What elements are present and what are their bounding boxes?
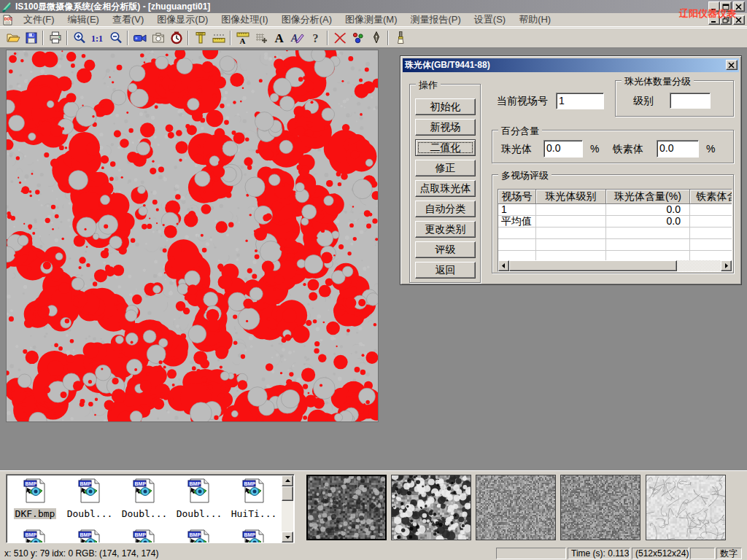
file-scrollbar[interactable] [282, 475, 293, 542]
open-file-icon[interactable] [4, 29, 22, 47]
actual-size-icon[interactable]: 1:1 [88, 29, 107, 47]
file-item-row2-4[interactable]: BMP [172, 529, 226, 543]
file-scroll-thumb[interactable] [282, 486, 293, 501]
file-item-Doubl...[interactable]: BMPDoubl... [172, 478, 226, 520]
document-icon[interactable]: DOC [2, 15, 14, 26]
help-icon[interactable]: ? [306, 29, 325, 47]
file-item-row2-5[interactable]: BMP [227, 529, 281, 543]
thumbnail-2[interactable] [391, 475, 471, 540]
scroll-track[interactable] [677, 260, 721, 271]
scroll-right-button[interactable] [721, 260, 732, 271]
table-row-3 [498, 228, 732, 239]
bottom-panel: BMPDKF.bmpBMPDoubl...BMPDoubl...BMPDoubl… [0, 470, 747, 547]
scroll-thumb[interactable] [509, 260, 677, 271]
caliper-icon[interactable] [191, 29, 209, 47]
file-scroll-up[interactable] [282, 475, 293, 486]
thumbnail-5[interactable] [646, 475, 726, 540]
annotate-icon[interactable]: A [288, 29, 306, 47]
menu-item-10[interactable]: 帮助(H) [512, 12, 557, 28]
level-label: 级别 [633, 95, 654, 108]
menu-item-8[interactable]: 测量报告(P) [403, 12, 467, 28]
file-item-row2-2[interactable]: BMP [63, 529, 117, 543]
app-icon [1, 1, 13, 12]
ferrite-input[interactable]: 0.0 [657, 140, 699, 158]
dialog-close-button[interactable] [726, 60, 738, 70]
ruler-icon[interactable] [209, 29, 228, 47]
toolbar-separator [66, 31, 68, 45]
calibrate-icon[interactable]: A [233, 29, 252, 47]
file-item-HuiTi...[interactable]: BMPHuiTi... [227, 478, 281, 520]
file-name: Doubl... [66, 508, 115, 519]
zoom-in-icon[interactable] [70, 29, 88, 47]
status-coordinates: x: 510 y: 79 idx: 0 RGB: (174, 174, 174) [1, 548, 492, 559]
status-empty-1 [496, 548, 566, 559]
svg-text:BMP: BMP [26, 481, 37, 486]
table-header-4[interactable]: 铁素体含量(%) [690, 190, 732, 204]
file-scroll-down[interactable] [282, 532, 293, 542]
table-cell: 平均值 [498, 216, 536, 228]
text-label-icon[interactable]: A [270, 29, 288, 47]
grading-group-label: 珠光体数量分级 [622, 75, 694, 88]
thumbnail-1[interactable] [306, 475, 387, 540]
bmp-file-icon: BMP [172, 529, 226, 543]
file-item-Doubl...[interactable]: BMPDoubl... [117, 478, 171, 520]
save-icon[interactable] [22, 29, 40, 47]
menu-bar: DOC 文件(F)编辑(E)查看(V)图像显示(D)图像处理(I)图像分析(A)… [0, 13, 747, 27]
curves-icon[interactable] [330, 29, 349, 47]
photo-camera-icon[interactable] [149, 29, 167, 47]
op-button-7[interactable]: 更改类别 [415, 221, 476, 238]
op-button-1[interactable]: 初始化 [415, 98, 476, 115]
file-item-row2-1[interactable]: BMP [8, 529, 62, 543]
timer-icon[interactable] [167, 29, 185, 47]
current-field-input[interactable]: 1 [556, 93, 604, 109]
menu-item-2[interactable]: 编辑(E) [61, 12, 106, 28]
scroll-left-button[interactable] [498, 260, 509, 271]
svg-text:BMP: BMP [135, 532, 147, 537]
window-title: IS100显微摄像系统(金相分析版) - [zhuguangti01] [15, 1, 210, 13]
menu-item-5[interactable]: 图像处理(I) [214, 12, 274, 28]
markers-icon[interactable] [349, 29, 367, 47]
svg-text:BMP: BMP [244, 532, 256, 537]
table-header-3[interactable]: 珠光体含量(%) [606, 190, 690, 204]
op-button-4[interactable]: 修正 [415, 160, 476, 176]
zoom-out-icon[interactable] [107, 29, 125, 47]
op-button-5[interactable]: 点取珠光体 [415, 180, 476, 197]
op-button-9[interactable]: 返回 [415, 262, 476, 279]
svg-text:BMP: BMP [244, 481, 256, 486]
thumbnail-3[interactable] [476, 475, 556, 540]
level-input[interactable] [670, 93, 711, 109]
menu-item-7[interactable]: 图像测量(M) [338, 12, 404, 28]
table-horizontal-scrollbar[interactable] [498, 260, 732, 271]
table-header-2[interactable]: 珠光体级别 [536, 190, 606, 204]
file-item-DKF.bmp[interactable]: BMPDKF.bmp [8, 478, 62, 520]
table-header-1[interactable]: 视场号 [498, 190, 536, 204]
video-camera-icon[interactable] [131, 29, 149, 47]
table-cell [690, 228, 732, 239]
file-item-row2-3[interactable]: BMP [117, 529, 171, 543]
pen-icon[interactable] [367, 29, 385, 47]
menu-item-4[interactable]: 图像显示(D) [150, 12, 214, 28]
ferrite-percent-sign: % [706, 143, 715, 155]
print-icon[interactable] [46, 29, 64, 47]
grid-cross-icon[interactable] [252, 29, 270, 47]
op-button-3[interactable]: 二值化 [415, 139, 476, 156]
grading-group: 珠光体数量分级 级别 [615, 80, 734, 117]
thumbnail-4[interactable] [560, 475, 640, 540]
pearlite-input[interactable]: 0.0 [543, 140, 583, 158]
op-button-8[interactable]: 评级 [415, 241, 476, 258]
bmp-file-icon: BMP [63, 478, 117, 507]
vendor-watermark: 辽阳仪器仪表 [679, 7, 736, 20]
brush-icon[interactable] [391, 29, 409, 47]
menu-item-9[interactable]: 设置(S) [468, 12, 512, 28]
svg-text:BMP: BMP [80, 532, 92, 537]
op-button-6[interactable]: 自动分类 [415, 201, 476, 217]
menu-item-1[interactable]: 文件(F) [17, 12, 61, 28]
toolbar-separator [387, 31, 389, 45]
menu-item-3[interactable]: 查看(V) [106, 12, 150, 28]
bmp-file-icon: BMP [117, 529, 171, 543]
op-button-2[interactable]: 新视场 [415, 119, 476, 136]
status-mode: 数字 [716, 548, 742, 559]
file-item-Doubl...[interactable]: BMPDoubl... [63, 478, 117, 520]
metallographic-image[interactable] [6, 50, 379, 422]
menu-item-6[interactable]: 图像分析(A) [275, 12, 338, 28]
